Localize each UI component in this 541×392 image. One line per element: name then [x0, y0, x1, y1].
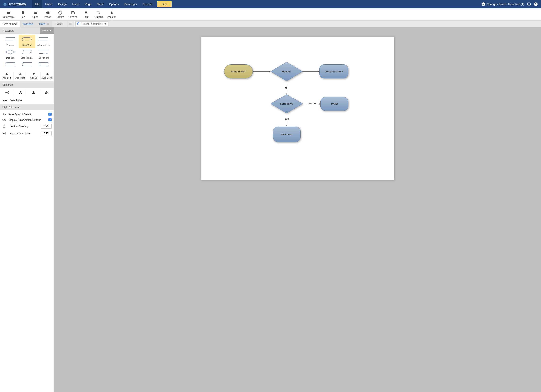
chevron-down-icon: ▼: [50, 30, 52, 32]
menu-support[interactable]: Support: [140, 0, 155, 8]
shape-roundrect[interactable]: Alternate P...: [35, 35, 52, 48]
open-icon: [33, 11, 37, 15]
node-seriously[interactable]: Seriously?: [271, 94, 302, 113]
shape-grid: ProcessStart/EndAlternate P...DecisionDa…: [0, 34, 54, 70]
more-button[interactable]: More▼: [40, 27, 54, 34]
add-right-button[interactable]: 🡲Add Right: [13, 72, 27, 80]
save-status: Changes Saved: Flowchart (1): [482, 2, 524, 6]
logo-text: smartdraw: [8, 2, 26, 6]
svg-point-38: [32, 93, 33, 94]
toolbar-new[interactable]: New: [17, 11, 29, 18]
edge-label-lolno[interactable]: LOL no: [307, 102, 316, 105]
edge-label-no[interactable]: No: [285, 87, 289, 90]
headset-icon[interactable]: [527, 2, 531, 6]
clock-icon: [58, 11, 62, 15]
style-options: Auto Symbol Select ✓ Display SmartAction…: [0, 110, 54, 138]
split-type-4[interactable]: [40, 89, 53, 95]
toolbar-account[interactable]: Account: [105, 11, 118, 18]
canvas[interactable]: No LOL no Yes Should we? Maybe? Okay let…: [54, 27, 541, 392]
split-path-row: [0, 88, 54, 97]
tab-data[interactable]: DataX: [36, 21, 52, 27]
node-well-crap[interactable]: Well crap.: [273, 127, 301, 142]
split-type-3[interactable]: [27, 89, 40, 95]
help-icon[interactable]: ?: [534, 2, 538, 6]
gears-icon: [97, 11, 100, 15]
split-type-1[interactable]: [1, 89, 14, 95]
toolbar-history[interactable]: History: [54, 11, 66, 18]
arrow-icon: [286, 125, 288, 126]
menu-developer[interactable]: Developer: [122, 0, 140, 8]
split-type-2[interactable]: [14, 89, 27, 95]
svg-point-33: [8, 93, 9, 94]
shape-diamond[interactable]: Decision: [2, 48, 19, 60]
svg-point-42: [45, 93, 46, 94]
close-icon[interactable]: X: [47, 22, 49, 26]
menu-home[interactable]: Home: [42, 0, 55, 8]
svg-point-45: [3, 100, 4, 101]
edge-label-yes[interactable]: Yes: [284, 118, 289, 120]
menu-page[interactable]: Page: [82, 0, 94, 8]
plus-circle-icon: [69, 23, 72, 26]
add-up-button[interactable]: 🡱Add Up: [27, 72, 40, 80]
arrow-icon: 🡳: [46, 73, 49, 76]
tabs-row: SmartPanel Symbols DataX Page 1 Select L…: [0, 21, 541, 27]
toolbar-options[interactable]: Options: [92, 11, 105, 18]
menubar: smartdraw FileHomeDesignInsertPageTableO…: [0, 0, 541, 8]
svg-rect-14: [85, 11, 87, 12]
svg-point-31: [5, 92, 7, 93]
auto-symbol-checkbox[interactable]: ✓: [48, 113, 52, 116]
page-surface[interactable]: No LOL no Yes Should we? Maybe? Okay let…: [201, 37, 394, 180]
arrow-icon: 🡱: [32, 73, 35, 76]
vspacing-input[interactable]: [41, 124, 52, 129]
join-paths-button[interactable]: Join Paths: [0, 97, 54, 104]
shape-parallelogram[interactable]: Data (Input...: [19, 48, 36, 60]
svg-rect-28: [39, 62, 48, 66]
language-selector[interactable]: Select Language | ▼: [75, 21, 109, 26]
tab-symbols[interactable]: Symbols: [20, 21, 36, 27]
toolbar: DocumentsNewOpenImportHistorySave AsPrin…: [0, 8, 541, 21]
svg-rect-11: [72, 11, 74, 12]
shape-card[interactable]: [2, 60, 19, 70]
google-icon: [77, 22, 80, 26]
hspacing-input[interactable]: [41, 131, 52, 136]
svg-rect-7: [530, 4, 531, 5]
svg-rect-12: [72, 13, 74, 14]
add-left-button[interactable]: 🡰Add Left: [0, 72, 13, 80]
svg-marker-27: [22, 50, 31, 54]
tab-smartpanel[interactable]: SmartPanel: [0, 21, 20, 27]
tab-page-1[interactable]: Page 1: [52, 21, 68, 27]
add-page-button[interactable]: [68, 21, 74, 27]
menu-design[interactable]: Design: [55, 0, 70, 8]
shape-terminator[interactable]: Start/End: [19, 35, 36, 48]
sidebar: Flowchart More▼ ProcessStart/EndAlternat…: [0, 27, 54, 392]
toolbar-print[interactable]: Print: [80, 11, 92, 18]
node-phew[interactable]: Phew: [320, 97, 348, 111]
arrow-icon: [319, 103, 320, 105]
toolbar-import[interactable]: Import: [42, 11, 54, 18]
toolbar-save-as[interactable]: Save As: [66, 11, 80, 18]
user-icon: [110, 11, 114, 15]
menu-table[interactable]: Table: [94, 0, 106, 8]
smart-action-checkbox[interactable]: ✓: [48, 118, 52, 121]
menu-insert[interactable]: Insert: [69, 0, 82, 8]
menu-file[interactable]: File: [32, 0, 42, 8]
shape-rect[interactable]: Process: [2, 35, 19, 48]
node-maybe[interactable]: Maybe?: [271, 62, 302, 81]
node-should-we[interactable]: Should we?: [224, 64, 253, 78]
add-down-button[interactable]: 🡳Add Down: [40, 72, 54, 80]
toolbar-open[interactable]: Open: [29, 11, 42, 18]
shape-document[interactable]: Document: [35, 48, 52, 60]
svg-point-19: [99, 13, 99, 14]
shape-stored[interactable]: [19, 60, 36, 70]
toolbar-documents[interactable]: Documents: [0, 11, 17, 18]
shape-subprocess[interactable]: [35, 60, 52, 70]
buy-button[interactable]: Buy: [157, 1, 172, 7]
auto-symbol-label: Auto Symbol Select: [8, 113, 46, 116]
menu-options[interactable]: Options: [106, 0, 121, 8]
save-icon: [71, 11, 75, 15]
cloud-icon: [46, 11, 50, 15]
style-format-header: Style & Format: [0, 104, 54, 110]
svg-point-39: [33, 93, 34, 94]
print-icon: [84, 11, 88, 15]
node-okay-lets-do-it[interactable]: Okay let's do it: [319, 64, 348, 78]
